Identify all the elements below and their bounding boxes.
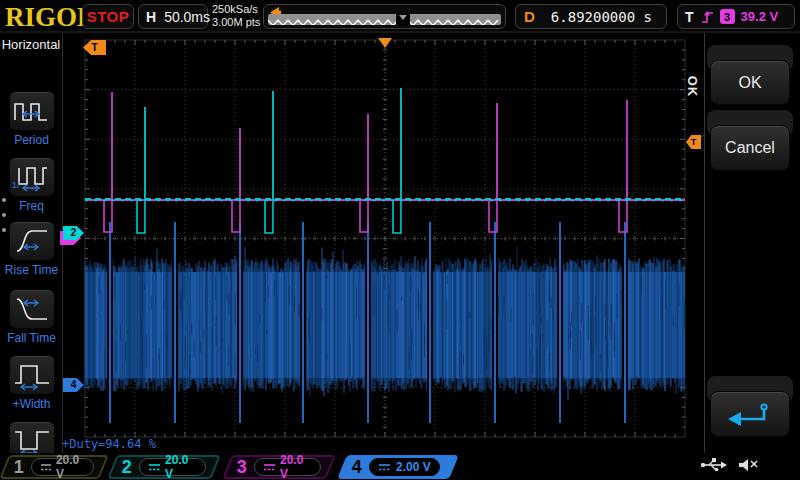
- oscilloscope-screen: RIGOL STOP H 50.0ms 250kSa/s 3.00M pts D…: [0, 0, 800, 480]
- acquisition-info: 250kSa/s 3.00M pts: [212, 3, 260, 29]
- cancel-button[interactable]: Cancel: [710, 125, 790, 171]
- window-position-notch[interactable]: [396, 14, 410, 25]
- dc-coupling-icon: [378, 463, 391, 472]
- sample-rate: 250kSa/s: [212, 3, 260, 16]
- trigger-position-offscreen-marker[interactable]: T: [83, 40, 106, 55]
- back-button[interactable]: [710, 391, 790, 437]
- channel2-number: 2: [122, 457, 132, 478]
- svg-text:1/: 1/: [12, 180, 20, 190]
- menu-scroll-indicator: [2, 198, 6, 232]
- run-state-indicator[interactable]: STOP: [82, 4, 134, 29]
- channel2-scale: 20.0 V: [165, 453, 197, 480]
- channel2-block[interactable]: 2 20.0 V: [107, 455, 221, 479]
- memory-depth: 3.00M pts: [212, 16, 260, 29]
- delay-label: D: [524, 8, 535, 25]
- usb-icon: [700, 457, 728, 473]
- trigger-level-value: 39.2 V: [741, 9, 779, 24]
- channel1-number: 1: [14, 457, 24, 478]
- dc-coupling-icon: [40, 463, 51, 472]
- dc-coupling-icon: [148, 463, 160, 472]
- freq-icon: 1/: [10, 161, 54, 193]
- trigger-source-badge: 3: [720, 9, 735, 24]
- channel-status-bar: 1 20.0 V 2 20.0 V 3: [0, 453, 800, 480]
- channel1-scale: 20.0 V: [56, 453, 85, 480]
- measure-menu-title: Horizontal: [0, 33, 62, 52]
- fall-time-icon: [10, 293, 54, 325]
- speaker-muted-icon[interactable]: [736, 457, 760, 473]
- period-icon: [10, 95, 54, 127]
- run-state-label: STOP: [87, 8, 130, 25]
- pos-width-icon: [10, 359, 54, 391]
- delay-position-marker[interactable]: [378, 38, 392, 48]
- channel1-block[interactable]: 1 20.0 V: [0, 455, 109, 479]
- menu-tab: OK: [684, 63, 702, 109]
- delay-value: 6.89200000 s: [545, 9, 658, 25]
- dc-coupling-icon: [263, 463, 275, 472]
- channel4-scale: 2.00 V: [396, 460, 431, 474]
- timebase-value: 50.0ms: [164, 9, 210, 25]
- channel3-block[interactable]: 3 20.0 V: [222, 455, 336, 479]
- return-arrow-icon: [724, 401, 776, 427]
- memory-waveform-preview: [268, 17, 501, 25]
- channel4-number: 4: [352, 457, 362, 478]
- measure-menu-panel: Horizontal Period 1/ Freq: [0, 33, 63, 455]
- duty-measurement: +Duty=94.64 %: [62, 437, 156, 451]
- trigger-readout-box[interactable]: T 3 39.2 V: [677, 4, 795, 29]
- waveform-display: [0, 0, 800, 480]
- channel3-number: 3: [237, 457, 247, 478]
- rising-edge-icon: [700, 9, 714, 25]
- timebase-label: H: [146, 9, 156, 25]
- ok-button[interactable]: OK: [710, 60, 790, 105]
- channel4-block[interactable]: 4 2.00 V: [337, 455, 459, 479]
- delay-readout-box[interactable]: D 6.89200000 s: [515, 4, 667, 29]
- softkey-menu-panel: OK OK Cancel: [684, 33, 800, 455]
- rise-time-icon: [10, 225, 54, 257]
- memory-window-bar[interactable]: [268, 14, 501, 25]
- channel3-scale: 20.0 V: [280, 453, 312, 480]
- horizontal-timebase-box[interactable]: H 50.0ms: [138, 4, 208, 29]
- trigger-label: T: [685, 9, 694, 25]
- top-status-bar: RIGOL STOP H 50.0ms 250kSa/s 3.00M pts D…: [0, 0, 800, 33]
- ch4-ground-marker[interactable]: 4: [63, 378, 84, 392]
- horizontal-position-bar[interactable]: [263, 4, 506, 29]
